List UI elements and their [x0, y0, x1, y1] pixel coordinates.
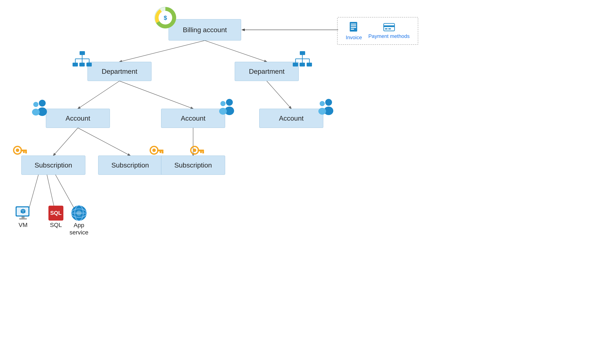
- svg-line-1: [205, 40, 267, 62]
- sub3-label: Subscription: [174, 161, 212, 169]
- svg-line-4: [267, 81, 291, 109]
- svg-point-44: [33, 102, 38, 107]
- account1-box: Account: [46, 109, 110, 128]
- appservice-node: App service: [69, 205, 89, 236]
- sub1-label: Subscription: [35, 161, 72, 169]
- svg-text:SQL: SQL: [50, 210, 62, 216]
- svg-rect-39: [293, 63, 298, 66]
- svg-rect-24: [80, 51, 85, 55]
- svg-point-42: [39, 100, 46, 106]
- svg-rect-57: [25, 151, 27, 154]
- svg-point-46: [226, 99, 233, 106]
- dept2-org-icon: [292, 51, 313, 71]
- svg-rect-76: [19, 218, 27, 220]
- svg-rect-61: [157, 150, 164, 151]
- svg-line-3: [120, 81, 193, 109]
- appservice-icon: [70, 205, 87, 222]
- svg-rect-66: [198, 150, 204, 151]
- invoice-item: Invoice: [346, 22, 362, 40]
- svg-point-55: [16, 149, 19, 152]
- svg-point-45: [32, 109, 40, 116]
- vm-icon: [14, 205, 32, 222]
- vm-label: VM: [19, 222, 28, 228]
- svg-rect-22: [385, 28, 387, 29]
- svg-rect-18: [351, 27, 356, 28]
- svg-line-5: [53, 128, 78, 156]
- sql-label: SQL: [50, 222, 62, 228]
- billing-account-icon: $: [154, 6, 177, 29]
- svg-point-53: [318, 108, 326, 115]
- svg-rect-40: [300, 63, 305, 66]
- vm-node: VM: [14, 205, 32, 228]
- svg-rect-31: [79, 63, 85, 66]
- sub2-label: Subscription: [111, 161, 149, 169]
- svg-rect-75: [22, 217, 25, 218]
- svg-point-50: [325, 99, 332, 106]
- diagram-container: $ Billing account Invoice: [0, 0, 606, 364]
- account2-person-icon: [217, 98, 236, 118]
- svg-text:$: $: [164, 14, 167, 21]
- sub2-key-icon: [149, 145, 164, 160]
- dept1-box: Department: [87, 62, 152, 81]
- svg-rect-15: [350, 22, 357, 32]
- svg-line-2: [78, 81, 120, 109]
- sql-node: SQL SQL: [47, 205, 64, 228]
- svg-rect-20: [384, 24, 395, 31]
- svg-rect-32: [86, 63, 92, 66]
- svg-line-6: [78, 128, 130, 156]
- account3-label: Account: [279, 115, 304, 122]
- account1-person-icon: [29, 98, 49, 118]
- svg-line-0: [120, 40, 205, 62]
- billing-account-label: Billing account: [183, 26, 227, 34]
- account3-box: Account: [259, 109, 323, 128]
- svg-rect-21: [384, 25, 395, 27]
- svg-point-60: [152, 149, 156, 152]
- sql-icon: SQL: [47, 205, 64, 222]
- svg-rect-58: [23, 151, 25, 153]
- svg-rect-41: [307, 63, 312, 66]
- appservice-label: App service: [69, 222, 89, 236]
- sub3-key-icon: [190, 145, 205, 160]
- sub1-key-icon: [13, 145, 28, 160]
- svg-point-52: [320, 101, 325, 106]
- svg-rect-56: [20, 150, 27, 151]
- dept1-org-icon: [72, 51, 92, 71]
- svg-rect-67: [202, 151, 204, 154]
- svg-rect-63: [160, 151, 161, 153]
- account2-box: Account: [161, 109, 225, 128]
- account2-label: Account: [181, 115, 206, 122]
- dept2-box: Department: [235, 62, 299, 81]
- svg-rect-17: [351, 25, 356, 26]
- svg-rect-33: [300, 51, 305, 55]
- svg-rect-19: [351, 29, 354, 30]
- svg-point-65: [193, 149, 196, 152]
- billing-account-box: Billing account: [169, 19, 241, 40]
- dept2-label: Department: [249, 67, 284, 76]
- svg-point-49: [219, 108, 227, 115]
- svg-rect-68: [200, 151, 202, 153]
- invoice-label: Invoice: [346, 35, 362, 40]
- payment-item: Payment methods: [368, 22, 410, 39]
- invoice-payment-box: Invoice Payment methods: [337, 17, 418, 45]
- svg-rect-23: [388, 28, 391, 29]
- svg-point-83: [76, 210, 82, 216]
- svg-rect-62: [162, 151, 164, 154]
- svg-rect-16: [351, 24, 356, 25]
- payment-label: Payment methods: [368, 33, 410, 39]
- account3-person-icon: [316, 98, 335, 118]
- dept1-label: Department: [102, 67, 137, 76]
- svg-point-48: [220, 101, 226, 106]
- svg-rect-30: [72, 63, 78, 66]
- sub1-box: Subscription: [21, 156, 85, 175]
- account1-label: Account: [66, 115, 90, 122]
